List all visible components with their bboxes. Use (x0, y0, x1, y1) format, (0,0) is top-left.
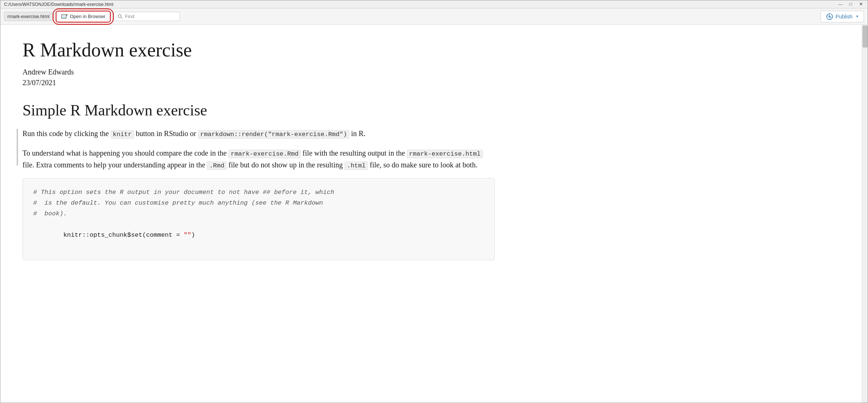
svg-line-3 (121, 17, 122, 19)
find-box[interactable]: Find (114, 12, 180, 21)
code-knitr: knitr (111, 130, 134, 139)
para1-middle: button in RStudio or (134, 129, 198, 138)
para1-after: in R. (349, 129, 366, 138)
toolbar: rmark-exercise.html Open in Browser Find (0, 8, 868, 25)
para2-after: file, so do make sure to look at both. (368, 161, 477, 169)
publish-button[interactable]: Publish ▾ (820, 11, 864, 22)
code-line-4: knitr::opts_chunk$set(comment = "") (33, 219, 484, 251)
code-line4-string: "" (184, 232, 191, 239)
file-tab[interactable]: rmark-exercise.html (4, 12, 53, 21)
open-in-browser-label: Open in Browser (70, 14, 106, 19)
para2-middle3: file but do not show up in the resulting (226, 161, 345, 169)
code-rmd-file: rmark-exercise.Rmd (228, 150, 301, 158)
main-title: R Markdown exercise (23, 39, 495, 60)
scrollbar-thumb[interactable] (862, 25, 868, 48)
author: Andrew Edwards (23, 68, 495, 76)
para2-before: To understand what is happening you shou… (23, 149, 228, 157)
code-rmarkdown-render: rmarkdown::render("rmark-exercise.Rmd") (198, 130, 349, 139)
minimize-button[interactable]: — (837, 1, 843, 7)
window-controls: — □ ✕ (837, 1, 864, 7)
code-line-3: # book). (33, 209, 484, 219)
open-in-browser-button[interactable]: Open in Browser (56, 11, 111, 22)
code-line-1: # This option sets the R output in your … (33, 187, 484, 198)
main-window: C:/Users/WATSONJOE/Downloads/rmark-exerc… (0, 0, 868, 403)
paragraph-2: To understand what is happening you shou… (23, 147, 495, 171)
code-line-2: # is the default. You can customise pret… (33, 198, 484, 209)
content-area: R Markdown exercise Andrew Edwards 23/07… (0, 25, 517, 275)
close-button[interactable]: ✕ (858, 1, 864, 7)
code-html-file: rmark-exercise.html (407, 150, 483, 158)
maximize-button[interactable]: □ (848, 1, 854, 7)
code-line4-prefix: knitr::opts_chunk$set(comment = (63, 232, 184, 239)
para2-middle2: file. Extra comments to help your unders… (23, 161, 207, 169)
window-path: C:/Users/WATSONJOE/Downloads/rmark-exerc… (4, 2, 113, 7)
code-html-ext: .html (345, 161, 368, 170)
paragraph-1: Run this code by clicking the knitr butt… (23, 128, 495, 139)
title-bar: C:/Users/WATSONJOE/Downloads/rmark-exerc… (0, 0, 868, 8)
find-placeholder: Find (125, 14, 134, 19)
date: 23/07/2021 (23, 79, 495, 87)
publish-dropdown-arrow[interactable]: ▾ (856, 14, 858, 19)
scrollbar[interactable] (862, 25, 868, 403)
code-line4-suffix: ) (191, 232, 195, 239)
code-block: # This option sets the R output in your … (23, 178, 495, 260)
section-title: Simple R Markdown exercise (23, 102, 495, 119)
para2-middle1: file with the resulting output in the (301, 149, 407, 157)
code-rmd-ext: .Rmd (207, 161, 226, 170)
blockquote-indicator (17, 129, 18, 166)
publish-label: Publish (836, 14, 853, 20)
search-icon (118, 14, 123, 19)
publish-icon (826, 13, 833, 20)
para1-before: Run this code by clicking the (23, 129, 111, 138)
svg-point-2 (118, 14, 121, 17)
svg-rect-1 (62, 15, 66, 17)
browser-icon (61, 13, 68, 20)
